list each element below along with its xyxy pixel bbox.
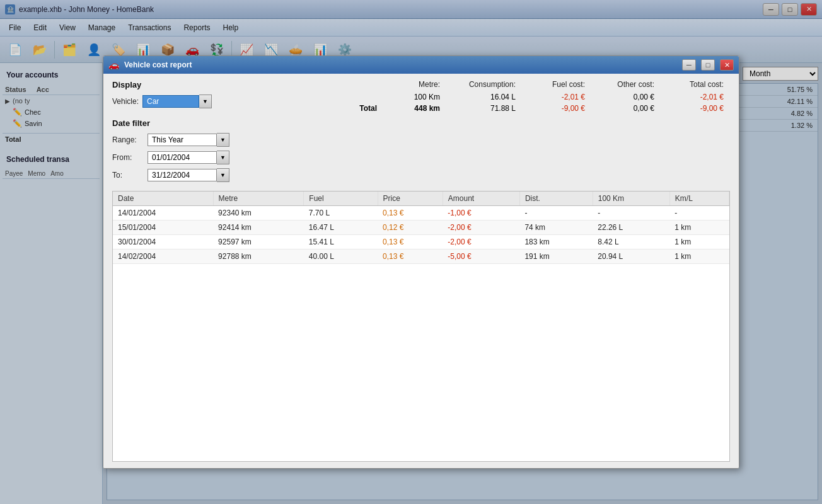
date-filter-section: Date filter Range: ▼ From:: [112, 118, 248, 182]
row1-fuel: 7.70 L: [304, 206, 378, 220]
data-table-wrapper: Date Metre Fuel Price Amount Dist. 100 K…: [112, 191, 730, 462]
row2-metre: 448 km: [383, 104, 446, 113]
row3-fuel: 15.41 L: [304, 235, 378, 249]
table-row: 14/01/2004 92340 km 7.70 L 0,13 € -1,00 …: [113, 206, 729, 220]
dialog-titlebar: 🚗 Vehicle cost report ─ □ ✕: [103, 56, 739, 74]
row4-kml: 1 km: [669, 249, 729, 264]
row3-100km: 8.42 L: [593, 235, 669, 249]
row4-date: 14/02/2004: [113, 249, 213, 264]
range-row: Range: ▼: [112, 133, 248, 147]
summary-section: Metre: Consumption: Fuel cost: Other cos…: [260, 80, 730, 113]
display-section: Display Vehicle: ▼: [112, 80, 248, 108]
modal-overlay: 🚗 Vehicle cost report ─ □ ✕ Display: [0, 0, 822, 504]
header-metre: Metre:: [383, 80, 446, 89]
col-kml: Km/L: [669, 192, 729, 206]
row2-price: 0,12 €: [378, 220, 443, 235]
col-price: Price: [378, 192, 443, 206]
header-consumption: Consumption:: [446, 80, 522, 89]
row1-100km: -: [593, 206, 669, 220]
from-select-box: ▼: [148, 151, 229, 164]
row4-dist: 191 km: [519, 249, 593, 264]
display-title: Display: [112, 80, 248, 89]
row2-dist: 74 km: [519, 220, 593, 235]
vehicle-label: Vehicle:: [112, 97, 139, 106]
row1-metre: 100 Km: [383, 93, 446, 101]
row2-100km: 22.26 L: [593, 220, 669, 235]
range-dropdown-btn[interactable]: ▼: [217, 133, 229, 147]
row2-date: 15/01/2004: [113, 220, 213, 235]
row2-amount: -2,00 €: [443, 220, 519, 235]
to-dropdown-btn[interactable]: ▼: [217, 168, 229, 182]
row3-price: 0,13 €: [378, 235, 443, 249]
summary-row-1: 100 Km 16.04 L -2,01 € 0,00 € -2,01 €: [260, 93, 730, 101]
header-other-cost: Other cost:: [591, 80, 661, 89]
to-select-box: ▼: [148, 168, 229, 182]
dialog-body: Display Vehicle: ▼ Date filte: [103, 74, 739, 468]
row1-fuel-cost: -2,01 €: [522, 93, 591, 101]
row4-fuel: 40.00 L: [304, 249, 378, 264]
date-filter-title: Date filter: [112, 118, 248, 128]
row3-metre: 92597 km: [213, 235, 304, 249]
from-row: From: ▼: [112, 151, 248, 164]
col-amount: Amount: [443, 192, 519, 206]
row1-total-cost: -2,01 €: [661, 93, 730, 101]
col-dist: Dist.: [519, 192, 593, 206]
vehicle-dropdown-btn[interactable]: ▼: [199, 94, 212, 108]
dialog-close-btn[interactable]: ✕: [720, 59, 734, 71]
col-date: Date: [113, 192, 213, 206]
col-fuel: Fuel: [304, 192, 378, 206]
row1-metre: 92340 km: [213, 206, 304, 220]
row2-label: Total: [320, 104, 383, 113]
to-label: To:: [112, 171, 142, 180]
table-row: 14/02/2004 92788 km 40.00 L 0,13 € -5,00…: [113, 249, 729, 264]
row2-fuel: 16.47 L: [304, 220, 378, 235]
dialog-title-icon: 🚗: [108, 60, 119, 70]
row1-price: 0,13 €: [378, 206, 443, 220]
vehicle-row: Vehicle: ▼: [112, 94, 248, 108]
row2-kml: 1 km: [669, 220, 729, 235]
vehicle-input[interactable]: [142, 95, 199, 108]
row4-metre: 92788 km: [213, 249, 304, 264]
col-100km: 100 Km: [593, 192, 669, 206]
row2-other-cost: 0,00 €: [591, 104, 661, 113]
row1-other-cost: 0,00 €: [591, 93, 661, 101]
vehicle-select-box: ▼: [142, 94, 212, 108]
dialog-maximize-btn[interactable]: □: [701, 59, 715, 71]
header-total-cost: Total cost:: [661, 80, 730, 89]
vehicle-cost-dialog: 🚗 Vehicle cost report ─ □ ✕ Display: [103, 55, 739, 469]
row3-kml: 1 km: [669, 235, 729, 249]
from-input[interactable]: [148, 151, 217, 164]
summary-row-2: Total 448 km 71.88 L -9,00 € 0,00 € -9,0…: [260, 104, 730, 113]
row4-100km: 20.94 L: [593, 249, 669, 264]
col-metre: Metre: [213, 192, 304, 206]
table-row: 15/01/2004 92414 km 16.47 L 0,12 € -2,00…: [113, 220, 729, 235]
table-row: 30/01/2004 92597 km 15.41 L 0,13 € -2,00…: [113, 235, 729, 249]
row3-amount: -2,00 €: [443, 235, 519, 249]
dialog-minimize-btn[interactable]: ─: [682, 59, 696, 71]
from-dropdown-btn[interactable]: ▼: [217, 151, 229, 164]
row4-price: 0,13 €: [378, 249, 443, 264]
to-input[interactable]: [148, 169, 217, 181]
row2-fuel-cost: -9,00 €: [522, 104, 591, 113]
row1-date: 14/01/2004: [113, 206, 213, 220]
range-label: Range:: [112, 135, 142, 144]
row2-metre: 92414 km: [213, 220, 304, 235]
row1-amount: -1,00 €: [443, 206, 519, 220]
row1-dist: -: [519, 206, 593, 220]
range-select-box: ▼: [148, 133, 229, 147]
dialog-title-text: Vehicle cost report: [124, 60, 677, 69]
header-fuel-cost: Fuel cost:: [522, 80, 591, 89]
row2-consumption: 71.88 L: [446, 104, 522, 113]
row1-consumption: 16.04 L: [446, 93, 522, 101]
row4-amount: -5,00 €: [443, 249, 519, 264]
vehicle-data-table: Date Metre Fuel Price Amount Dist. 100 K…: [113, 192, 729, 264]
summary-headers-row: Metre: Consumption: Fuel cost: Other cos…: [260, 80, 730, 89]
from-label: From:: [112, 153, 142, 162]
row1-kml: -: [669, 206, 729, 220]
to-row: To: ▼: [112, 168, 248, 182]
row3-date: 30/01/2004: [113, 235, 213, 249]
row3-dist: 183 km: [519, 235, 593, 249]
row2-total-cost: -9,00 €: [661, 104, 730, 113]
range-input[interactable]: [148, 134, 217, 146]
